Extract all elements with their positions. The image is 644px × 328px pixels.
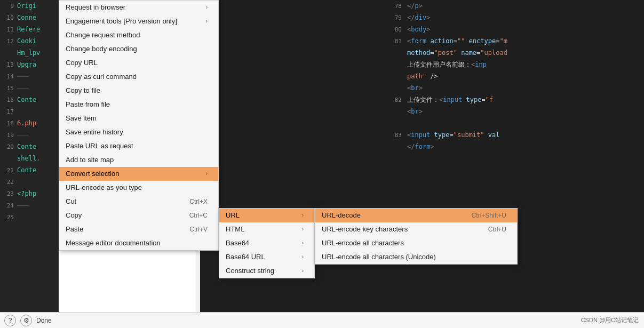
html-submenu-arrow: › (302, 222, 304, 236)
line-num-17: 17 (2, 108, 14, 115)
line-text-hm: Hm_lpv (17, 49, 40, 57)
code-line-81b: method="post" name="upload (383, 47, 644, 59)
submenu1-construct[interactable]: Construct string › (219, 264, 314, 278)
line-num-21: 21 (2, 167, 14, 174)
line-text-10: Conne (17, 14, 36, 21)
menu-change-request-method[interactable]: Change request method (59, 28, 218, 42)
menu-request-in-browser[interactable]: Request in browser › (59, 1, 218, 14)
line-text-18: 6.php (17, 119, 36, 127)
menu-paste-url[interactable]: Paste URL as request (59, 139, 218, 153)
menu-paste-from-file[interactable]: Paste from file (59, 98, 218, 111)
right-code-panel: 78 </p> 79 </div> 80 <body> 81 <form act… (383, 0, 644, 312)
menu-copy[interactable]: Copy Ctrl+C (59, 209, 218, 222)
line-num-r81: 81 (387, 38, 402, 45)
line-num-r79: 79 (387, 14, 402, 21)
line-num-15: 15 (2, 85, 14, 92)
code-line-81e: <br> (383, 82, 644, 94)
code-line-81c: 上传文件用户名前缀：<inp (383, 59, 644, 70)
submenu-arrow: › (206, 1, 208, 14)
line-text-24: ——— (17, 202, 29, 209)
copy-shortcut: Ctrl+C (189, 209, 208, 222)
context-menu[interactable]: Request in browser › Engagement tools [P… (59, 0, 219, 251)
line-text-20: Conte (17, 143, 36, 150)
left-request-panel: 9Origi 10Conne 11Refere 12Cooki Hm_lpv 1… (0, 0, 59, 328)
menu-engagement-tools[interactable]: Engagement tools [Pro version only] › (59, 14, 218, 28)
line-text-13: Upgra (17, 61, 36, 68)
url-encode-key-shortcut: Ctrl+U (488, 222, 506, 236)
submenu2-url-encode-all[interactable]: URL-encode all characters (315, 236, 517, 250)
menu-save-history[interactable]: Save entire history (59, 125, 218, 139)
line-num-22: 22 (2, 179, 14, 186)
url-decode-shortcut: Ctrl+Shift+U (472, 209, 506, 222)
menu-change-body-encoding[interactable]: Change body encoding (59, 42, 218, 56)
code-line-82a: 82 上传文件：<input type="f (383, 94, 644, 106)
menu-convert-selection[interactable]: Convert selection › (59, 167, 218, 181)
code-line-79: 79 </div> (383, 12, 644, 23)
csdn-watermark: CSDN @用C站记笔记 (581, 316, 639, 324)
base64url-submenu-arrow: › (302, 250, 304, 264)
help-icon: ? (9, 317, 12, 324)
menu-msg-editor-docs[interactable]: Message editor documentation (59, 236, 218, 250)
submenu-convert-type[interactable]: URL › HTML › Base64 › Base64 URL › Const… (219, 208, 315, 278)
help-icon-btn[interactable]: ? (4, 315, 16, 326)
construct-submenu-arrow: › (302, 264, 304, 278)
submenu-url-options[interactable]: URL-decode Ctrl+Shift+U URL-encode key c… (315, 208, 518, 265)
bottom-bar: ? ⚙ Done CSDN @用C站记笔记 (0, 312, 644, 328)
submenu-arrow-convert: › (206, 167, 208, 181)
submenu1-url[interactable]: URL › (219, 209, 314, 222)
line-text-23: <?php (17, 190, 36, 197)
line-num-r83: 83 (387, 132, 402, 139)
line-text-12: Cooki (17, 37, 36, 45)
line-text-16: Conte (17, 96, 36, 103)
line-text-19: ——— (17, 131, 29, 139)
cut-shortcut: Ctrl+X (189, 195, 208, 209)
line-text-21: Conte (17, 166, 36, 174)
code-line-80: 80 <body> (383, 23, 644, 35)
line-num-r80: 80 (387, 26, 402, 33)
settings-icon-btn[interactable]: ⚙ (20, 315, 32, 326)
url-submenu-arrow: › (302, 209, 304, 222)
settings-icon: ⚙ (23, 317, 29, 324)
line-text-14: ——— (17, 73, 29, 80)
code-line-82b: <br> (383, 106, 644, 117)
menu-save-item[interactable]: Save item (59, 111, 218, 125)
line-num-14: 14 (2, 73, 14, 80)
submenu-arrow: › (206, 14, 208, 28)
menu-url-encode-type[interactable]: URL-encode as you type (59, 181, 218, 195)
code-line-81a: 81 <form action="" enctype="m (383, 35, 644, 47)
line-num-r78: 78 (387, 3, 402, 10)
code-line-82c (383, 117, 644, 129)
code-line-83b: </form> (383, 141, 644, 153)
line-num-20: 20 (2, 143, 14, 150)
line-text-shell: shell. (17, 155, 40, 162)
submenu2-url-encode-key[interactable]: URL-encode key characters Ctrl+U (315, 222, 517, 236)
submenu2-url-encode-unicode[interactable]: URL-encode all characters (Unicode) (315, 250, 517, 264)
code-line-83a: 83 <input type="submit" val (383, 129, 644, 141)
menu-copy-url[interactable]: Copy URL (59, 56, 218, 70)
menu-add-site-map[interactable]: Add to site map (59, 153, 218, 167)
submenu1-base64[interactable]: Base64 › (219, 236, 314, 250)
line-text-9: Origi (17, 2, 36, 10)
line-num-23: 23 (2, 190, 14, 197)
code-line-81d: path" /> (383, 70, 644, 82)
line-num-19: 19 (2, 132, 14, 139)
menu-cut[interactable]: Cut Ctrl+X (59, 195, 218, 209)
line-num-12: 12 (2, 38, 14, 45)
status-done: Done (36, 317, 52, 324)
line-num-18: 18 (2, 120, 14, 127)
submenu2-url-decode[interactable]: URL-decode Ctrl+Shift+U (315, 209, 517, 222)
menu-copy-to-file[interactable]: Copy to file (59, 84, 218, 98)
line-num-9: 9 (2, 3, 14, 10)
submenu1-html[interactable]: HTML › (219, 222, 314, 236)
line-num-16: 16 (2, 97, 14, 103)
line-num-13: 13 (2, 61, 14, 68)
menu-copy-curl[interactable]: Copy as curl command (59, 70, 218, 84)
paste-shortcut: Ctrl+V (189, 222, 208, 236)
line-num-r82: 82 (387, 97, 402, 103)
code-line-78: 78 </p> (383, 0, 644, 12)
menu-paste[interactable]: Paste Ctrl+V (59, 222, 218, 236)
line-num-25: 25 (2, 214, 14, 221)
line-num-11: 11 (2, 26, 14, 33)
submenu1-base64url[interactable]: Base64 URL › (219, 250, 314, 264)
line-text-15: ——— (17, 84, 29, 92)
